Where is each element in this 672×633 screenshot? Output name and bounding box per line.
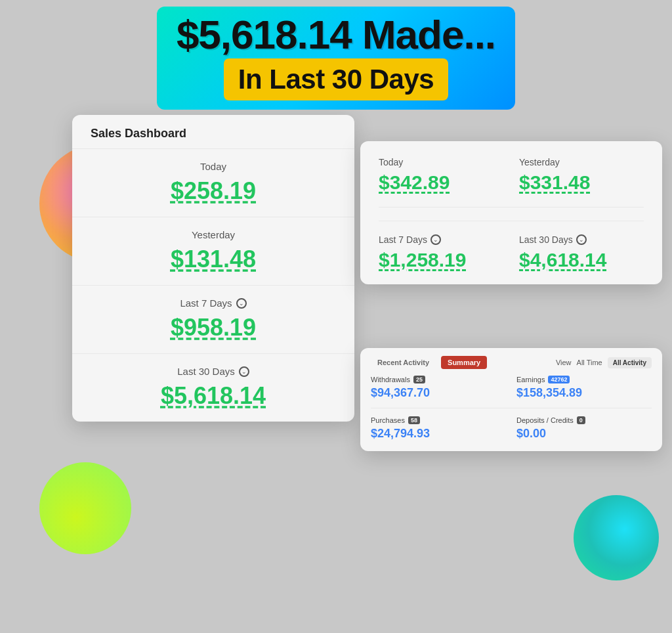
stat-last7-label: Last 7 Days ⌄ — [379, 234, 503, 245]
stat-yesterday-label: Yesterday — [519, 157, 644, 167]
all-activity-button[interactable]: All Activity — [608, 357, 652, 368]
metric-last30-label: Last 30 Days ⌄ — [91, 366, 336, 377]
stat-last7: Last 7 Days ⌄ $1,258.19 — [379, 234, 503, 271]
metric-today: Today $258.19 — [72, 149, 354, 217]
act-deposits-value: $0.00 — [516, 427, 652, 441]
withdrawals-badge: 25 — [413, 376, 425, 383]
activity-card: Recent Activity Summary View All Time Al… — [360, 348, 662, 451]
earnings-badge: 42762 — [548, 376, 570, 383]
act-withdrawals: Withdrawals 25 $94,367.70 — [371, 376, 506, 400]
stats-divider2 — [379, 221, 644, 221]
header-title: $5,618.14 Made... — [177, 13, 495, 56]
stat-today-value: $342.89 — [379, 171, 503, 194]
purchases-badge: 58 — [408, 416, 420, 424]
chevron-last7-icon[interactable]: ⌄ — [236, 298, 247, 309]
act-earnings-label: Earnings 42762 — [516, 376, 652, 383]
activity-divider — [371, 408, 652, 408]
chevron-last30-icon[interactable]: ⌄ — [239, 366, 249, 377]
view-value: All Time — [577, 359, 602, 366]
act-deposits: Deposits / Credits 0 $0.00 — [516, 416, 652, 441]
metric-yesterday: Yesterday $131.48 — [72, 217, 354, 286]
act-earnings-value: $158,354.89 — [516, 386, 652, 400]
act-deposits-label: Deposits / Credits 0 — [516, 416, 652, 424]
stat-last30-label: Last 30 Days ⌄ — [519, 234, 644, 245]
metric-last7-label: Last 7 Days ⌄ — [91, 297, 336, 309]
stat-yesterday-value: $331.48 — [519, 171, 644, 194]
sales-dashboard-title: Sales Dashboard — [72, 115, 354, 149]
chevron-stats-last7-icon[interactable]: ⌄ — [430, 234, 441, 245]
act-purchases: Purchases 58 $24,794.93 — [371, 416, 506, 441]
sales-dashboard-card: Sales Dashboard Today $258.19 Yesterday … — [72, 115, 354, 422]
act-withdrawals-value: $94,367.70 — [371, 386, 506, 400]
metric-last30: Last 30 Days ⌄ $5,618.14 — [72, 354, 354, 422]
blob-yellow-green — [39, 462, 131, 554]
metric-yesterday-value: $131.48 — [91, 246, 336, 273]
header-subtitle: In Last 30 Days — [224, 58, 448, 100]
metric-last30-value: $5,618.14 — [91, 382, 336, 410]
deposits-badge: 0 — [577, 416, 585, 424]
act-purchases-label: Purchases 58 — [371, 416, 506, 424]
metric-today-value: $258.19 — [91, 177, 336, 205]
act-withdrawals-label: Withdrawals 25 — [371, 376, 506, 383]
stat-last30: Last 30 Days ⌄ $4,618.14 — [519, 234, 644, 271]
view-label: View — [556, 359, 572, 366]
act-earnings: Earnings 42762 $158,354.89 — [516, 376, 652, 400]
activity-grid: Withdrawals 25 $94,367.70 Earnings 42762… — [360, 369, 662, 451]
activity-header: Recent Activity Summary View All Time Al… — [360, 348, 662, 369]
view-section: View All Time All Activity — [556, 357, 652, 368]
stats-divider — [379, 207, 644, 207]
metric-last7: Last 7 Days ⌄ $958.19 — [72, 286, 354, 354]
stats-card: Today $342.89 Yesterday $331.48 Last 7 D… — [360, 141, 662, 284]
stat-last30-value: $4,618.14 — [519, 249, 644, 271]
stat-last7-value: $1,258.19 — [379, 249, 503, 271]
header-bg: $5,618.14 Made... In Last 30 Days — [157, 7, 515, 110]
stat-yesterday: Yesterday $331.48 — [519, 157, 644, 194]
blob-teal — [574, 495, 659, 580]
stat-today-label: Today — [379, 157, 503, 167]
stats-grid: Today $342.89 Yesterday $331.48 Last 7 D… — [379, 157, 644, 271]
metric-yesterday-label: Yesterday — [91, 229, 336, 240]
stat-today: Today $342.89 — [379, 157, 503, 194]
header-banner: $5,618.14 Made... In Last 30 Days — [80, 7, 592, 110]
tab-summary[interactable]: Summary — [441, 356, 487, 369]
metric-today-label: Today — [91, 161, 336, 172]
tab-recent-activity[interactable]: Recent Activity — [371, 356, 436, 369]
chevron-stats-last30-icon[interactable]: ⌄ — [576, 234, 587, 245]
act-purchases-value: $24,794.93 — [371, 427, 506, 441]
metric-last7-value: $958.19 — [91, 314, 336, 341]
